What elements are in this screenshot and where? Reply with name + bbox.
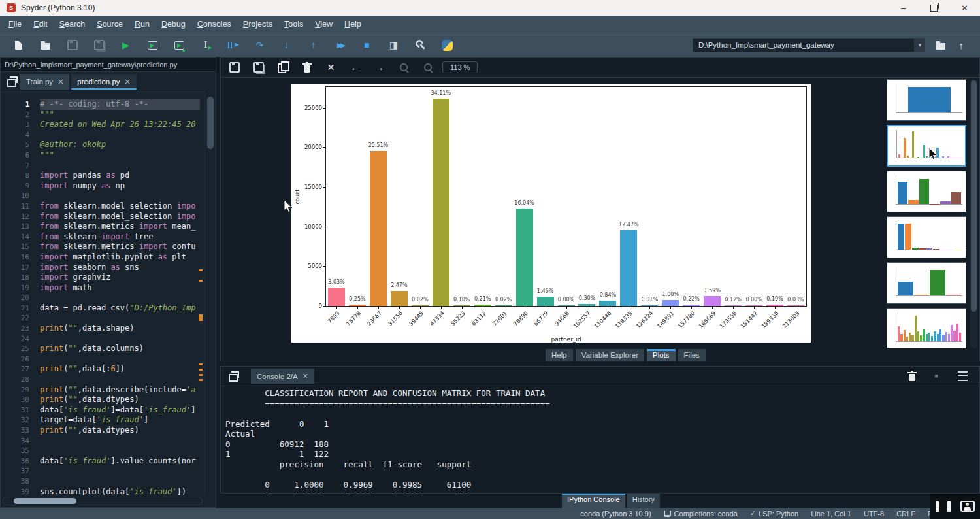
code-line[interactable]: 5@author: okokp (1, 140, 200, 150)
code-line[interactable]: 2""" (1, 110, 200, 120)
maximize-pane-button[interactable]: ◨ (380, 35, 407, 55)
warning-marker[interactable] (199, 369, 203, 371)
warning-marker[interactable] (199, 379, 203, 381)
code-line[interactable]: 32target=data['is_fraud'] (1, 415, 200, 426)
pane-tab-variable-explorer[interactable]: Variable Explorer (576, 349, 644, 361)
line-number[interactable]: 32 (1, 415, 40, 426)
menu-tools[interactable]: Tools (278, 17, 309, 31)
code-line[interactable]: 34 (1, 436, 200, 446)
code-line[interactable]: 39sns.countplot(data['is_fraud']) (1, 487, 200, 495)
menu-debug[interactable]: Debug (155, 17, 191, 31)
zoom-out-button[interactable] (416, 58, 440, 76)
code-line[interactable]: 38 (1, 477, 200, 487)
new-file-button[interactable] (5, 35, 32, 55)
line-number[interactable]: 17 (1, 263, 40, 273)
bottom-tab-ipython-console[interactable]: IPython Console (562, 494, 625, 508)
run-cell-button[interactable] (139, 35, 166, 55)
remove-plot-button[interactable] (295, 58, 319, 76)
open-file-button[interactable] (32, 35, 59, 55)
code-line[interactable]: 30print("",data.dtypes) (1, 395, 200, 405)
debug-file-button[interactable] (220, 35, 246, 55)
code-line[interactable]: 9import numpy as np (1, 181, 200, 192)
code-line[interactable]: 4 (1, 130, 200, 141)
line-number[interactable]: 31 (1, 405, 40, 416)
menu-run[interactable]: Run (129, 17, 155, 31)
code-line[interactable]: 36data['is_fraud'].value_counts(nor (1, 456, 200, 467)
close-icon[interactable]: ✕ (125, 78, 131, 86)
minimize-button[interactable]: – (888, 0, 919, 16)
code-line[interactable]: 18import graphviz (1, 273, 200, 283)
line-number[interactable]: 27 (1, 364, 40, 375)
parent-directory-button[interactable]: ↑ (951, 35, 971, 55)
menu-help[interactable]: Help (338, 17, 367, 31)
line-number[interactable]: 28 (1, 375, 40, 385)
code-line[interactable]: 14from sklearn import tree (1, 232, 200, 243)
editor-tab-Train.py[interactable]: Train.py✕ (20, 74, 69, 90)
scrollbar-thumb[interactable] (14, 498, 76, 504)
menu-source[interactable]: Source (91, 17, 129, 31)
line-number[interactable]: 24 (1, 334, 40, 344)
interrupt-kernel-icon[interactable]: ■ (935, 373, 938, 379)
line-number[interactable]: 26 (1, 354, 40, 365)
bottom-tab-history[interactable]: History (627, 494, 660, 508)
save-all-button[interactable] (86, 35, 112, 55)
code-line[interactable]: 7 (1, 161, 200, 171)
menu-consoles[interactable]: Consoles (191, 17, 237, 31)
code-line[interactable]: 11from sklearn.model_selection impo (1, 201, 200, 212)
line-number[interactable]: 20 (1, 293, 40, 303)
line-number[interactable]: 7 (1, 161, 40, 171)
restore-button[interactable] (919, 0, 949, 16)
editor-tab-prediction.py[interactable]: prediction.py✕ (71, 74, 136, 90)
line-number[interactable]: 34 (1, 436, 40, 446)
line-number[interactable]: 1 (1, 99, 40, 110)
run-selection-button[interactable] (193, 35, 220, 55)
line-number[interactable]: 6 (1, 150, 40, 161)
line-number[interactable]: 22 (1, 313, 40, 324)
close-icon[interactable]: ✕ (57, 78, 63, 86)
save-all-plots-button[interactable] (246, 58, 270, 76)
line-number[interactable]: 25 (1, 344, 40, 354)
step-over-button[interactable]: ↷ (246, 35, 273, 55)
line-number[interactable]: 21 (1, 303, 40, 314)
line-number[interactable]: 30 (1, 395, 40, 405)
save-plot-button[interactable] (222, 58, 246, 76)
code-line[interactable]: 12from sklearn.model_selection impo (1, 212, 200, 222)
line-number[interactable]: 10 (1, 191, 40, 201)
close-all-plots-button[interactable]: ✕ (319, 58, 343, 76)
console-tab[interactable]: Console 2/A ✕ (251, 369, 314, 384)
warning-marker[interactable] (199, 280, 203, 282)
scrollbar-thumb[interactable] (207, 97, 214, 149)
code-line[interactable]: 37 (1, 466, 200, 477)
line-number[interactable]: 12 (1, 212, 40, 222)
previous-plot-button[interactable]: ← (343, 58, 367, 76)
menu-search[interactable]: Search (54, 17, 91, 31)
working-directory-select[interactable]: D:\Python_Imp\smart_payment_gateway (693, 38, 915, 52)
plot-thumbnail-1[interactable] (887, 79, 966, 121)
line-number[interactable]: 39 (1, 487, 40, 495)
code-line[interactable]: 22 (1, 313, 200, 324)
plot-thumbnail-2[interactable] (887, 125, 966, 167)
code-line[interactable]: 25print("",data.columns) (1, 344, 200, 354)
pane-tab-files[interactable]: Files (678, 349, 706, 361)
line-number[interactable]: 18 (1, 273, 40, 283)
code-line[interactable]: 35 (1, 446, 200, 456)
run-file-button[interactable]: ▶ (112, 35, 139, 55)
console-output[interactable]: CLASSIFICATION REPORT AND CONFUSION MATR… (225, 388, 977, 492)
thumbnail-scrollbar[interactable] (970, 79, 977, 348)
code-line[interactable]: 1# -*- coding: utf-8 -*- (1, 99, 200, 110)
save-button[interactable] (59, 35, 86, 55)
code-line[interactable]: 26 (1, 354, 200, 365)
code-line[interactable]: 8import pandas as pd (1, 171, 200, 181)
code-line[interactable]: 17import seaborn as sns (1, 263, 200, 273)
warning-marker[interactable] (199, 269, 203, 271)
line-number[interactable]: 23 (1, 324, 40, 334)
line-number[interactable]: 29 (1, 385, 40, 395)
plot-thumbnail-5[interactable] (887, 262, 966, 304)
code-line[interactable]: 33print("",data.dtypes) (1, 426, 200, 436)
console-options-icon[interactable] (958, 371, 968, 381)
editor-horizontal-scrollbar[interactable] (3, 497, 203, 505)
code-line[interactable]: 13from sklearn.metrics import mean_ (1, 222, 200, 232)
pane-tab-help[interactable]: Help (546, 349, 573, 361)
menu-view[interactable]: View (309, 17, 338, 31)
menu-edit[interactable]: Edit (27, 17, 54, 31)
